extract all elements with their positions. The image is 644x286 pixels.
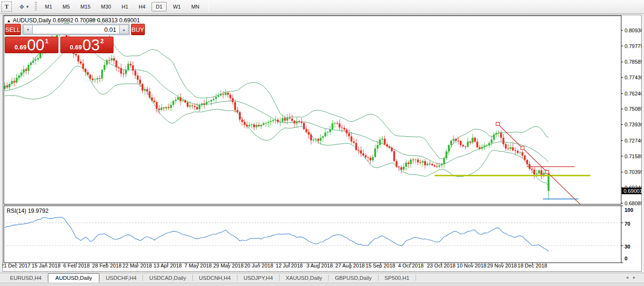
svg-text:0.76240: 0.76240: [625, 91, 642, 96]
svg-text:21 Dec 2017: 21 Dec 2017: [2, 263, 30, 268]
svg-text:18 Dec 2018: 18 Dec 2018: [518, 263, 547, 268]
tab-sp500-h1[interactable]: SP500,H1: [379, 274, 416, 283]
svg-text:70: 70: [625, 221, 630, 227]
svg-text:30: 30: [625, 244, 630, 249]
tab-scroll-arrows[interactable]: ◂▸: [626, 275, 640, 280]
sell-price-main: 00: [27, 38, 45, 52]
tab-xauusd-daily[interactable]: XAUUSD,Daily: [280, 274, 329, 283]
buy-price-box[interactable]: 0.69 03 2: [60, 37, 114, 53]
symbol-label: AUDUSD,Daily: [13, 17, 51, 24]
tab-usdcnh-h4[interactable]: USDCNH,H4: [193, 274, 237, 283]
svg-text:27 Aug 2018: 27 Aug 2018: [335, 263, 365, 268]
svg-text:29 May 2018: 29 May 2018: [213, 263, 244, 268]
lot-increase-button[interactable]: ▲: [119, 25, 129, 34]
timeframe-w1[interactable]: W1: [169, 2, 185, 11]
sell-price-box[interactable]: 0.69 00 1: [5, 37, 58, 53]
timeframe-m1[interactable]: M1: [41, 2, 57, 11]
svg-text:100: 100: [625, 207, 633, 213]
diamond-icon: ❖: [19, 3, 24, 10]
timeframe-m5[interactable]: M5: [58, 2, 74, 11]
symbol-ohlc-header: ▲AUDUSD,Daily 0.69982 0.70098 0.68313 0.…: [7, 17, 140, 24]
direction-up-icon: ▲: [7, 19, 11, 23]
svg-text:12 Jul 2018: 12 Jul 2018: [276, 263, 303, 268]
sell-price-prefix: 0.69: [15, 44, 27, 51]
lot-decrease-button[interactable]: ▼: [23, 25, 33, 34]
tab-usdchf-h4[interactable]: USDCHF,H4: [100, 274, 143, 283]
tab-eurusd-h4[interactable]: EURUSD,H4: [4, 274, 47, 283]
svg-text:0.77430: 0.77430: [625, 75, 642, 80]
svg-text:29 Nov 2018: 29 Nov 2018: [487, 263, 517, 268]
timeframe-h1[interactable]: H1: [117, 2, 133, 11]
sell-button[interactable]: SELL: [5, 24, 21, 35]
timeframe-d1[interactable]: D1: [152, 2, 167, 11]
objects-style-button[interactable]: ❖ ▼: [19, 1, 30, 12]
svg-text:0.69001: 0.69001: [624, 188, 642, 194]
svg-text:0.68085: 0.68085: [625, 200, 642, 206]
svg-text:0.72740: 0.72740: [625, 138, 642, 143]
top-toolbar: T ❖ ▼ M1M5M15M30H1H4D1W1MN: [0, 0, 644, 14]
svg-text:3 Aug 2018: 3 Aug 2018: [306, 263, 333, 268]
buy-price-main: 03: [82, 38, 100, 52]
buy-button[interactable]: BUY: [131, 24, 145, 35]
svg-text:0.78585: 0.78585: [625, 59, 642, 65]
timeframe-h4[interactable]: H4: [134, 2, 150, 11]
tab-audusd-daily[interactable]: AUDUSD,Daily: [48, 273, 99, 283]
svg-text:13 Apr 2018: 13 Apr 2018: [153, 263, 181, 268]
timeframe-buttons: M1M5M15M30H1H4D1W1MN: [40, 2, 205, 11]
lot-stepper: ▼ ▲: [22, 24, 130, 35]
one-click-trading-panel: SELL ▼ ▲ BUY 0.69 00 1 0.69 03 2: [5, 24, 114, 53]
svg-text:23 Oct 2018: 23 Oct 2018: [427, 263, 455, 268]
svg-text:22 Mar 2018: 22 Mar 2018: [123, 263, 152, 268]
bottom-strip: [0, 283, 644, 286]
symbol-tab-bar: EURUSD,H4AUDUSD,DailyUSDCHF,H4USDCAD,Dai…: [0, 273, 644, 283]
tab-gbpusd-daily[interactable]: GBPUSD,Daily: [329, 274, 378, 283]
svg-text:0.71585: 0.71585: [625, 153, 642, 159]
ohlc-values: 0.69982 0.70098 0.68313 0.69001: [53, 17, 140, 24]
toolbar-grip[interactable]: [35, 2, 37, 11]
svg-text:7 May 2018: 7 May 2018: [184, 263, 211, 268]
svg-text:0.70395: 0.70395: [625, 169, 642, 175]
tab-usdcad-daily[interactable]: USDCAD,Daily: [143, 274, 192, 283]
tab-usdjpy-h4[interactable]: USDJPY,H4: [237, 274, 279, 283]
tab-divider: [416, 275, 416, 281]
svg-text:0.80930: 0.80930: [625, 28, 642, 33]
svg-text:0: 0: [625, 256, 627, 261]
svg-text:4 Oct 2018: 4 Oct 2018: [398, 263, 424, 268]
timeframe-mn[interactable]: MN: [187, 2, 204, 11]
toolbar-separator: [208, 1, 209, 12]
svg-text:15 Sep 2018: 15 Sep 2018: [366, 263, 395, 268]
svg-text:28 Feb 2018: 28 Feb 2018: [92, 263, 122, 268]
rsi-indicator-label: RSI(14) 19.9792: [7, 208, 48, 214]
lot-size-input[interactable]: [33, 25, 119, 34]
timeframe-m30[interactable]: M30: [97, 2, 115, 11]
svg-text:0.73930: 0.73930: [625, 122, 642, 127]
svg-text:20 Jun 2018: 20 Jun 2018: [245, 263, 274, 268]
text-tool-button[interactable]: T: [1, 1, 12, 12]
svg-text:10 Nov 2018: 10 Nov 2018: [457, 263, 486, 268]
buy-price-prefix: 0.69: [70, 44, 82, 51]
current-price-tag: 0.69001: [622, 188, 642, 194]
svg-text:15 Jan 2018: 15 Jan 2018: [32, 263, 61, 268]
svg-text:6 Feb 2018: 6 Feb 2018: [63, 263, 90, 268]
chevron-down-icon: ▼: [26, 5, 29, 9]
svg-text:0.79775: 0.79775: [625, 43, 642, 49]
timeframe-m15[interactable]: M15: [76, 2, 95, 11]
buy-price-pip: 2: [100, 38, 104, 45]
svg-text:0.75085: 0.75085: [625, 106, 642, 112]
sell-price-pip: 1: [45, 38, 48, 45]
